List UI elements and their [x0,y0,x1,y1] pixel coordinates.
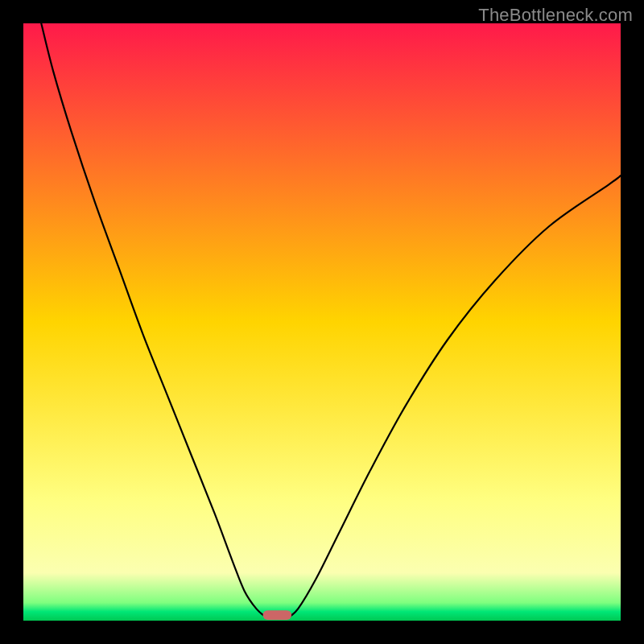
watermark-text: TheBottleneck.com [478,5,633,26]
gradient-background [23,23,621,621]
bottleneck-chart [23,23,621,621]
valley-marker [263,610,292,620]
chart-svg [23,23,621,621]
